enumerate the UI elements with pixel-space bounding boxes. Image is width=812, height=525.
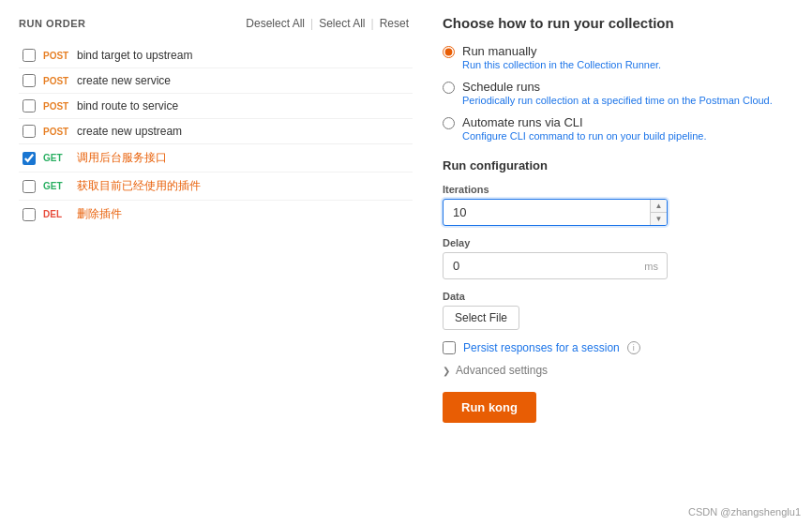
list-item: GET获取目前已经使用的插件	[19, 172, 413, 201]
deselect-all-button[interactable]: Deselect All	[242, 15, 308, 32]
radio-desc-1: Periodically run collection at a specifi…	[462, 95, 773, 106]
list-item: POSTbind target to upstream	[19, 43, 413, 68]
iterations-input-wrapper: ▲ ▼	[443, 199, 668, 226]
request-name-2: create new service	[77, 74, 171, 87]
select-file-button[interactable]: Select File	[443, 306, 519, 330]
iterations-down-btn[interactable]: ▼	[651, 213, 667, 225]
data-group: Data Select File	[443, 291, 793, 330]
advanced-settings-row[interactable]: ❯ Advanced settings	[443, 364, 793, 377]
radio-desc-2: Configure CLI command to run on your bui…	[462, 130, 706, 142]
iterations-input[interactable]	[443, 199, 668, 226]
request-checkbox-4[interactable]	[23, 125, 36, 138]
select-all-button[interactable]: Select All	[315, 15, 368, 32]
iterations-group: Iterations ▲ ▼	[443, 184, 793, 226]
request-checkbox-6[interactable]	[23, 180, 36, 193]
iterations-up-btn[interactable]: ▲	[651, 200, 667, 213]
radio-option-run-manually: Run manuallyRun this collection in the C…	[443, 44, 793, 70]
radio-schedule-runs[interactable]	[443, 82, 455, 94]
request-checkbox-5[interactable]	[23, 152, 36, 165]
persist-label: Persist responses for a session	[463, 341, 620, 354]
chevron-right-icon: ❯	[443, 366, 450, 376]
request-checkbox-3[interactable]	[23, 99, 36, 112]
divider-1: |	[308, 15, 315, 32]
method-badge-2: POST	[43, 76, 69, 86]
run-config-title: Run configuration	[443, 158, 793, 172]
request-name-6: 获取目前已经使用的插件	[77, 178, 201, 194]
radio-label-1: Schedule runs	[462, 80, 773, 94]
radio-desc-0: Run this collection in the Collection Ru…	[462, 59, 661, 70]
radio-label-group-2: Automate runs via CLIConfigure CLI comma…	[462, 115, 706, 142]
persist-checkbox[interactable]	[443, 341, 456, 354]
run-order-title: RUN ORDER	[19, 18, 86, 29]
list-item: POSTcreate new upstream	[19, 119, 413, 144]
advanced-settings-label: Advanced settings	[456, 364, 548, 377]
run-button[interactable]: Run kong	[443, 392, 536, 423]
persist-row: Persist responses for a session i	[443, 341, 793, 354]
radio-label-2: Automate runs via CLI	[462, 115, 706, 129]
info-icon[interactable]: i	[627, 341, 640, 354]
delay-label: Delay	[443, 237, 793, 248]
choose-title: Choose how to run your collection	[443, 15, 793, 31]
request-list: POSTbind target to upstreamPOSTcreate ne…	[19, 43, 413, 228]
delay-input-wrapper: ms	[443, 252, 668, 279]
radio-run-manually[interactable]	[443, 46, 455, 58]
radio-option-schedule-runs: Schedule runsPeriodically run collection…	[443, 80, 793, 106]
method-badge-3: POST	[43, 101, 69, 112]
divider-2: |	[369, 15, 376, 32]
method-badge-5: GET	[43, 153, 69, 163]
method-badge-7: DEL	[43, 209, 69, 219]
list-item: POSTbind route to service	[19, 94, 413, 119]
delay-suffix: ms	[644, 261, 658, 272]
list-item: DEL删除插件	[19, 201, 413, 228]
radio-label-0: Run manually	[462, 44, 661, 58]
method-badge-1: POST	[43, 51, 69, 61]
reset-button[interactable]: Reset	[376, 15, 413, 32]
request-checkbox-2[interactable]	[23, 74, 36, 87]
run-options-group: Run manuallyRun this collection in the C…	[443, 44, 793, 142]
request-checkbox-1[interactable]	[23, 49, 36, 62]
request-name-5: 调用后台服务接口	[77, 150, 167, 166]
list-item: POSTcreate new service	[19, 68, 413, 94]
data-label: Data	[443, 291, 793, 302]
radio-label-group-0: Run manuallyRun this collection in the C…	[462, 44, 661, 70]
radio-automate-cli[interactable]	[443, 117, 455, 129]
request-name-7: 删除插件	[77, 206, 122, 222]
radio-label-group-1: Schedule runsPeriodically run collection…	[462, 80, 773, 106]
radio-option-automate-cli: Automate runs via CLIConfigure CLI comma…	[443, 115, 793, 142]
iterations-spinner[interactable]: ▲ ▼	[650, 200, 667, 225]
request-name-4: create new upstream	[77, 125, 182, 138]
right-panel: Choose how to run your collection Run ma…	[435, 15, 793, 423]
watermark: CSDN @zhangshenglu1	[688, 506, 801, 518]
iterations-label: Iterations	[443, 184, 793, 195]
list-item: GET调用后台服务接口	[19, 144, 413, 172]
method-badge-4: POST	[43, 127, 69, 137]
request-name-3: bind route to service	[77, 99, 178, 112]
left-panel: RUN ORDER Deselect All | Select All | Re…	[19, 15, 413, 423]
run-order-header: RUN ORDER Deselect All | Select All | Re…	[19, 15, 413, 32]
header-actions: Deselect All | Select All | Reset	[242, 15, 413, 32]
delay-group: Delay ms	[443, 237, 793, 279]
delay-input[interactable]	[443, 252, 668, 279]
request-checkbox-7[interactable]	[23, 208, 36, 221]
request-name-1: bind target to upstream	[77, 49, 192, 62]
method-badge-6: GET	[43, 181, 69, 191]
